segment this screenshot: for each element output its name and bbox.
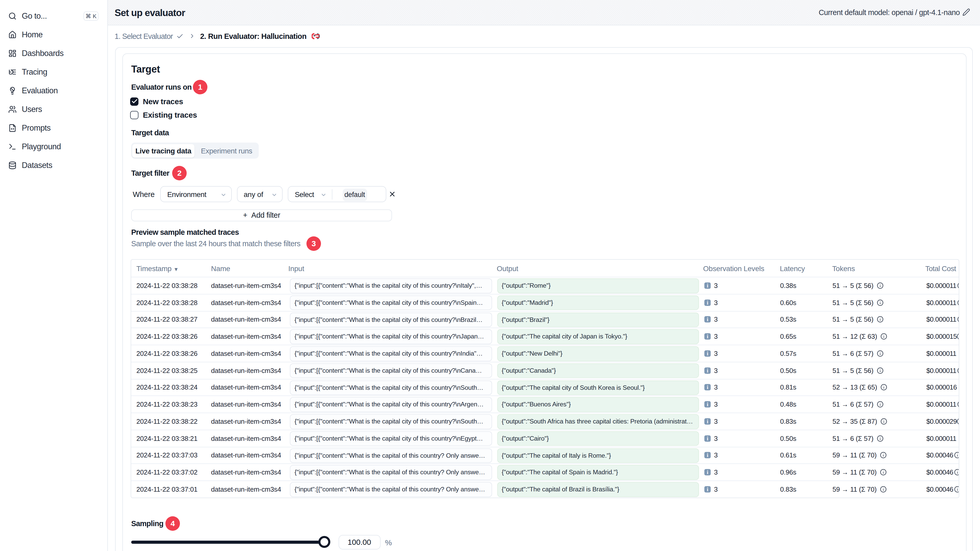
svg-text:i: i xyxy=(707,300,708,306)
svg-text:i: i xyxy=(707,368,708,373)
svg-text:i: i xyxy=(707,384,708,390)
svg-text:i: i xyxy=(707,436,708,441)
svg-text:i: i xyxy=(707,334,708,340)
svg-text:i: i xyxy=(707,453,708,458)
svg-text:i: i xyxy=(707,317,708,322)
svg-text:i: i xyxy=(707,283,708,289)
svg-text:i: i xyxy=(707,402,708,407)
svg-text:i: i xyxy=(707,470,708,475)
svg-text:i: i xyxy=(707,351,708,356)
svg-text:i: i xyxy=(707,486,708,492)
svg-text:i: i xyxy=(707,419,708,424)
